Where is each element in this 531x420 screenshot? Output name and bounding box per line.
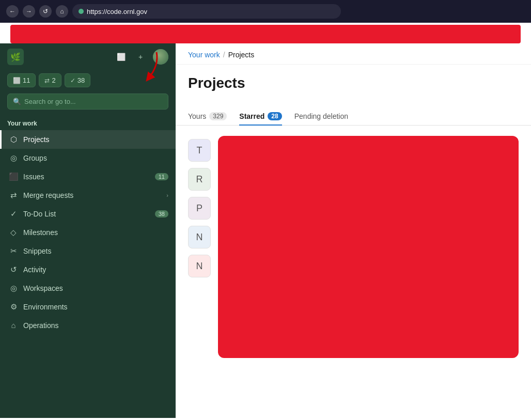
logo-icon: 🌿 bbox=[10, 52, 21, 62]
sidebar-counters: ⬜ 11 ⇄ 2 ✓ 38 bbox=[0, 70, 176, 90]
sidebar-header: 🌿 ⬜ + bbox=[0, 43, 176, 70]
user-avatar[interactable] bbox=[153, 49, 168, 65]
operations-icon: ⌂ bbox=[9, 321, 18, 330]
sidebar-item-issues[interactable]: ⬛ Issues 11 bbox=[0, 167, 176, 186]
redacted-content bbox=[218, 136, 519, 358]
activity-label: Activity bbox=[23, 266, 168, 274]
tab-pending-label: Pending deletion bbox=[294, 112, 348, 120]
sidebar-item-todo[interactable]: ✓ To-Do List 38 bbox=[0, 205, 176, 223]
sidebar-item-groups[interactable]: ◎ Groups bbox=[0, 149, 176, 167]
project-avatar-R[interactable]: R bbox=[188, 168, 211, 191]
main-layout: 🌿 ⬜ + ⬜ 11 ⇄ 2 ✓ 38 🔍 Sea bbox=[0, 43, 531, 418]
gitlab-logo[interactable]: 🌿 bbox=[7, 49, 24, 65]
sidebar-item-merge-requests[interactable]: ⇄ Merge requests › bbox=[0, 186, 176, 205]
tab-yours-label: Yours bbox=[188, 112, 206, 120]
milestones-icon: ◇ bbox=[9, 228, 18, 237]
todo-nav-badge: 38 bbox=[155, 210, 168, 217]
breadcrumb-parent[interactable]: Your work bbox=[188, 51, 220, 59]
sidebar-item-environments[interactable]: ⚙ Environments bbox=[0, 298, 176, 316]
project-avatar-N2[interactable]: N bbox=[188, 255, 211, 277]
search-icon: 🔍 bbox=[13, 98, 21, 105]
notification-bar bbox=[10, 25, 521, 43]
issues-icon: ⬜ bbox=[13, 77, 21, 84]
milestones-label: Milestones bbox=[23, 228, 168, 237]
projects-icon: ⬡ bbox=[9, 135, 18, 144]
address-bar[interactable]: https://code.ornl.gov bbox=[72, 4, 341, 19]
todo-icon: ✓ bbox=[70, 77, 75, 84]
project-avatar-P[interactable]: P bbox=[188, 197, 211, 220]
sidebar: 🌿 ⬜ + ⬜ 11 ⇄ 2 ✓ 38 🔍 Sea bbox=[0, 43, 176, 418]
sidebar-item-snippets[interactable]: ✂ Snippets bbox=[0, 242, 176, 260]
sidebar-item-workspaces[interactable]: ◎ Workspaces bbox=[0, 279, 176, 298]
ssl-icon bbox=[79, 9, 84, 14]
tab-yours[interactable]: Yours 329 bbox=[188, 108, 227, 126]
refresh-button[interactable]: ↺ bbox=[39, 5, 52, 18]
home-button[interactable]: ⌂ bbox=[56, 5, 68, 18]
merge-icon: ⇄ bbox=[44, 77, 50, 84]
tab-starred-label: Starred bbox=[239, 112, 264, 120]
todo-count: 38 bbox=[77, 76, 85, 84]
issues-counter[interactable]: ⬜ 11 bbox=[7, 73, 36, 87]
breadcrumb-separator: / bbox=[223, 51, 225, 59]
tab-starred-badge: 28 bbox=[268, 112, 282, 120]
activity-icon: ↺ bbox=[9, 265, 18, 274]
sidebar-item-operations[interactable]: ⌂ Operations bbox=[0, 316, 176, 334]
sidebar-nav: ⬡ Projects ◎ Groups ⬛ Issues 11 ⇄ Merge … bbox=[0, 130, 176, 418]
search-bar[interactable]: 🔍 Search or go to... bbox=[7, 94, 168, 110]
operations-label: Operations bbox=[23, 321, 168, 330]
mr-nav-icon: ⇄ bbox=[9, 191, 18, 200]
groups-label: Groups bbox=[23, 154, 168, 162]
workspaces-label: Workspaces bbox=[23, 284, 168, 292]
tab-yours-badge: 329 bbox=[209, 112, 227, 120]
sidebar-section-label: Your work bbox=[0, 113, 176, 130]
mr-count: 2 bbox=[52, 76, 55, 84]
tab-starred[interactable]: Starred 28 bbox=[239, 108, 282, 126]
url-text: https://code.ornl.gov bbox=[87, 8, 147, 15]
issues-count: 11 bbox=[23, 76, 30, 84]
page-title: Projects bbox=[188, 75, 519, 91]
mr-nav-label: Merge requests bbox=[23, 191, 161, 199]
issues-nav-label: Issues bbox=[23, 173, 150, 181]
browser-chrome: ← → ↺ ⌂ https://code.ornl.gov bbox=[0, 0, 531, 23]
mr-arrow-icon: › bbox=[166, 192, 168, 198]
groups-icon: ◎ bbox=[9, 153, 18, 163]
search-placeholder: Search or go to... bbox=[24, 98, 76, 105]
tabs: Yours 329 Starred 28 Pending deletion bbox=[176, 108, 531, 126]
snippets-label: Snippets bbox=[23, 247, 168, 255]
todo-counter[interactable]: ✓ 38 bbox=[65, 73, 90, 87]
new-button[interactable]: + bbox=[133, 50, 148, 64]
snippets-icon: ✂ bbox=[9, 246, 18, 256]
todo-nav-icon: ✓ bbox=[9, 209, 18, 219]
page-header: Projects bbox=[176, 65, 531, 108]
sidebar-item-activity[interactable]: ↺ Activity bbox=[0, 260, 176, 279]
forward-button[interactable]: → bbox=[23, 5, 35, 18]
environments-label: Environments bbox=[23, 303, 168, 311]
issues-nav-badge: 11 bbox=[155, 173, 168, 180]
environments-icon: ⚙ bbox=[9, 302, 18, 312]
breadcrumb-current: Projects bbox=[228, 51, 255, 59]
back-button[interactable]: ← bbox=[6, 5, 19, 18]
project-avatar-N1[interactable]: N bbox=[188, 226, 211, 248]
avatar-image bbox=[153, 49, 168, 65]
issues-nav-icon: ⬛ bbox=[9, 172, 18, 181]
sidebar-item-milestones[interactable]: ◇ Milestones bbox=[0, 223, 176, 242]
main-content: Your work / Projects Projects Yours 329 … bbox=[176, 43, 531, 418]
merge-requests-counter[interactable]: ⇄ 2 bbox=[39, 73, 61, 87]
breadcrumb: Your work / Projects bbox=[176, 43, 531, 65]
panels-button[interactable]: ⬜ bbox=[114, 50, 128, 64]
sidebar-item-projects[interactable]: ⬡ Projects bbox=[0, 130, 176, 149]
projects-list: T R P N N bbox=[176, 126, 531, 366]
tab-pending-deletion[interactable]: Pending deletion bbox=[294, 108, 348, 126]
project-avatar-T[interactable]: T bbox=[188, 139, 211, 162]
workspaces-icon: ◎ bbox=[9, 284, 18, 293]
todo-nav-label: To-Do List bbox=[23, 210, 150, 218]
projects-label: Projects bbox=[23, 135, 168, 144]
